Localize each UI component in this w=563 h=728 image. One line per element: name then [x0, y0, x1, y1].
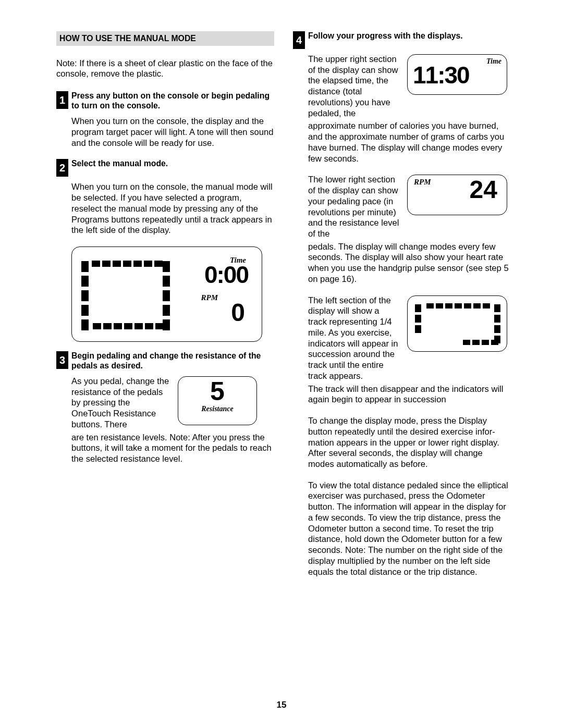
time-display-diagram: Time 11:30 — [407, 54, 507, 95]
rpm-readout: 0 — [231, 297, 244, 328]
rpm-readout: 24 — [470, 178, 497, 201]
rpm-label: RPM — [201, 293, 218, 303]
time-readout: 11:30 — [413, 63, 501, 87]
resistance-display-diagram: 5 Resistance — [178, 376, 257, 425]
step-number-icon: 1 — [56, 91, 68, 109]
track-indicator-icon — [415, 303, 500, 345]
step-4-p2a: The lower right sec­tion of the display … — [308, 175, 400, 239]
intro-note: Note: If there is a sheet of clear plast… — [56, 58, 274, 80]
step-4-p3b: The track will then disappear and the in… — [308, 384, 511, 405]
right-column: 4 Follow your progress with the displays… — [293, 31, 511, 577]
step-heading: Begin pedaling and change the resistance… — [71, 351, 274, 371]
step-4-p5: To view the total distance pedaled since… — [308, 480, 511, 578]
step-number-icon: 2 — [56, 159, 68, 177]
step-number-icon: 3 — [56, 351, 68, 369]
left-column: HOW TO USE THE MANUAL MODE Note: If ther… — [56, 31, 274, 577]
step-3-text-b: are ten resistance levels. Note: After y… — [71, 433, 274, 465]
rpm-display-diagram: RPM 24 — [407, 175, 507, 215]
step-1-body: When you turn on the console, the displa… — [71, 116, 274, 149]
resistance-label: Resistance — [180, 404, 254, 414]
step-4-p2b: pedals. The display will change modes ev… — [308, 242, 511, 285]
track-indicator-icon — [81, 261, 170, 329]
track-display-diagram — [407, 295, 507, 352]
manual-page: HOW TO USE THE MANUAL MODE Note: If ther… — [0, 0, 563, 728]
step-2-body: When you turn on the console, the manual… — [71, 182, 274, 236]
step-heading: Press any button on the console or begin… — [71, 91, 274, 111]
rpm-label: RPM — [414, 177, 431, 187]
section-title: HOW TO USE THE MANUAL MODE — [56, 31, 274, 46]
step-3-text-a: As you pedal, change the resis­tance of … — [71, 376, 170, 430]
time-readout: 0:00 — [204, 263, 248, 287]
page-number: 15 — [0, 700, 563, 710]
step-1: 1 Press any button on the console or beg… — [56, 91, 274, 111]
step-heading: Select the manual mode. — [71, 159, 168, 169]
resistance-readout: 5 — [180, 380, 254, 403]
step-4-p3a: The left section of the display will sho… — [308, 295, 400, 382]
step-2: 2 Select the manual mode. — [56, 159, 274, 177]
step-4: 4 Follow your progress with the displays… — [293, 31, 511, 49]
step-4-p1a: The upper right sec­tion of the display … — [308, 54, 400, 119]
step-4-p4: To change the display mode, press the Di… — [308, 416, 511, 470]
step-number-icon: 4 — [293, 31, 305, 49]
step-heading: Follow your progress with the displays. — [308, 31, 463, 41]
step-4-p1b: approximate number of calories you have … — [308, 121, 511, 164]
console-display-diagram: Time 0:00 RPM 0 — [71, 246, 262, 342]
step-3: 3 Begin pedaling and change the resistan… — [56, 351, 274, 371]
